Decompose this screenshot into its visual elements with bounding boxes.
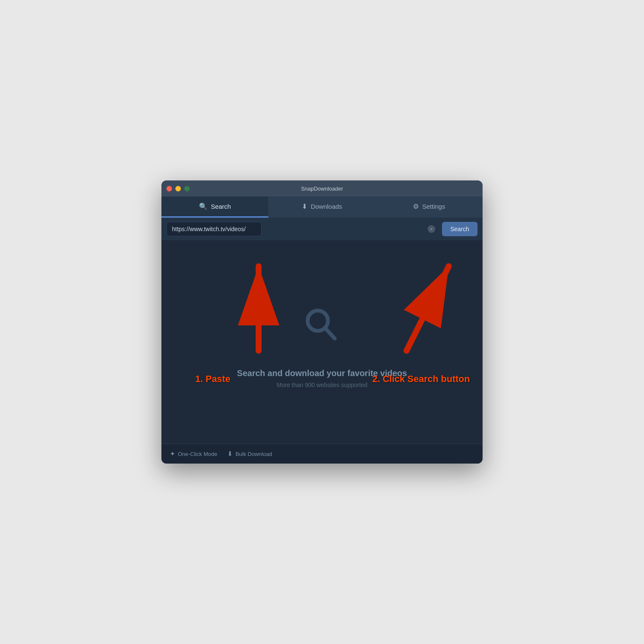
search-tab-label: Search	[211, 203, 231, 210]
bulk-download-button[interactable]: ⬇ Bulk Download	[227, 450, 272, 458]
maximize-button[interactable]	[184, 186, 190, 191]
settings-tab-label: Settings	[422, 203, 445, 210]
bulk-download-icon: ⬇	[227, 450, 233, 458]
bulk-download-label: Bulk Download	[235, 451, 272, 457]
tab-search[interactable]: 🔍 Search	[161, 196, 268, 218]
search-bar: × Search	[161, 218, 483, 241]
one-click-mode-button[interactable]: ✦ One-Click Mode	[170, 450, 217, 458]
downloads-tab-label: Downloads	[311, 203, 342, 210]
app-window: SnapDownloader 🔍 Search ⬇ Downloads ⚙ Se…	[161, 180, 483, 464]
titlebar: SnapDownloader	[161, 180, 483, 196]
window-title: SnapDownloader	[301, 186, 343, 192]
search-icon-large	[301, 305, 343, 356]
downloads-tab-icon: ⬇	[302, 202, 307, 210]
url-input[interactable]	[166, 222, 262, 236]
main-content: 1. Paste 2. Click Search button Search a…	[161, 241, 483, 444]
settings-tab-icon: ⚙	[413, 202, 419, 210]
close-button[interactable]	[166, 186, 172, 191]
tab-settings[interactable]: ⚙ Settings	[376, 196, 483, 218]
tab-downloads[interactable]: ⬇ Downloads	[268, 196, 375, 218]
titlebar-controls	[166, 186, 190, 191]
search-tab-icon: 🔍	[199, 202, 207, 210]
annotation-paste-label: 1. Paste	[195, 374, 230, 385]
tab-bar: 🔍 Search ⬇ Downloads ⚙ Settings	[161, 196, 483, 218]
url-input-wrapper: ×	[166, 222, 439, 236]
footer: ✦ One-Click Mode ⬇ Bulk Download	[161, 444, 483, 464]
one-click-label: One-Click Mode	[178, 451, 217, 457]
main-subheading: More than 900 websites supported	[277, 382, 368, 388]
annotation-click-label: 2. Click Search button	[372, 374, 470, 385]
svg-line-5	[325, 328, 335, 338]
one-click-icon: ✦	[170, 450, 175, 458]
svg-line-3	[407, 266, 449, 351]
search-button[interactable]: Search	[442, 222, 478, 236]
clear-button[interactable]: ×	[428, 225, 435, 233]
minimize-button[interactable]	[175, 186, 181, 191]
